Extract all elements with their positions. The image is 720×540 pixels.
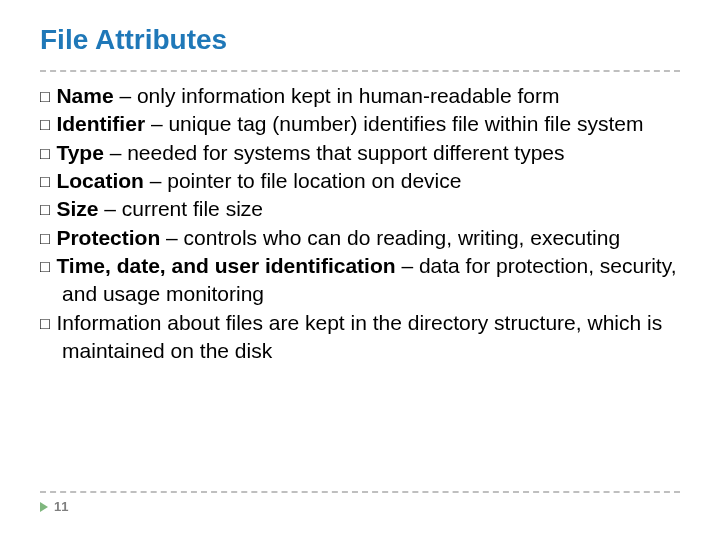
list-item: □Time, date, and user identification – d…	[40, 252, 680, 309]
play-icon	[40, 502, 48, 512]
item-desc: Information about files are kept in the …	[56, 311, 662, 362]
checkbox-icon: □	[40, 255, 56, 277]
footer: 11	[40, 491, 680, 514]
list-item: □Type – needed for systems that support …	[40, 139, 680, 167]
list-item: □Size – current file size	[40, 195, 680, 223]
divider-top	[40, 70, 680, 72]
checkbox-icon: □	[40, 198, 56, 220]
item-term: Size	[56, 197, 98, 220]
checkbox-icon: □	[40, 170, 56, 192]
checkbox-icon: □	[40, 142, 56, 164]
item-term: Identifier	[56, 112, 145, 135]
item-term: Time, date, and user identification	[56, 254, 395, 277]
item-term: Location	[56, 169, 144, 192]
checkbox-icon: □	[40, 312, 56, 334]
item-term: Protection	[56, 226, 160, 249]
slide: File Attributes □Name – only information…	[0, 0, 720, 540]
divider-bottom	[40, 491, 680, 493]
list-item: □Location – pointer to file location on …	[40, 167, 680, 195]
content-body: □Name – only information kept in human-r…	[40, 82, 680, 365]
item-desc: – unique tag (number) identifies file wi…	[145, 112, 643, 135]
item-desc: – controls who can do reading, writing, …	[160, 226, 620, 249]
item-desc: – needed for systems that support differ…	[104, 141, 565, 164]
slide-title: File Attributes	[40, 24, 680, 56]
item-desc: – current file size	[98, 197, 263, 220]
checkbox-icon: □	[40, 113, 56, 135]
checkbox-icon: □	[40, 85, 56, 107]
item-desc: – only information kept in human-readabl…	[114, 84, 560, 107]
item-desc: – pointer to file location on device	[144, 169, 462, 192]
page-indicator: 11	[40, 499, 680, 514]
list-item: □Protection – controls who can do readin…	[40, 224, 680, 252]
list-item: □Name – only information kept in human-r…	[40, 82, 680, 110]
page-number: 11	[54, 499, 68, 514]
item-term: Name	[56, 84, 113, 107]
list-item: □Information about files are kept in the…	[40, 309, 680, 366]
list-item: □Identifier – unique tag (number) identi…	[40, 110, 680, 138]
checkbox-icon: □	[40, 227, 56, 249]
item-term: Type	[56, 141, 103, 164]
